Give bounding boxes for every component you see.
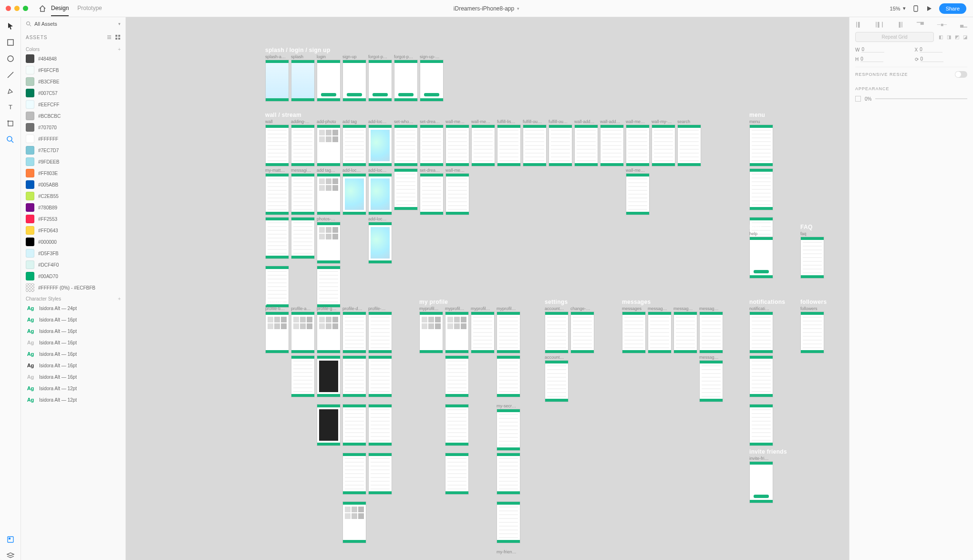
line-tool[interactable] — [6, 71, 15, 79]
artboard[interactable]: profile-g… — [317, 306, 341, 353]
artboard[interactable]: splash-a… — [265, 54, 289, 102]
artboard[interactable] — [291, 217, 315, 259]
list-view-icon[interactable] — [106, 34, 112, 40]
color-swatch-row[interactable]: #EEFCFF — [21, 99, 125, 110]
artboard[interactable]: change-… — [570, 306, 594, 353]
artboard[interactable]: wall-me… — [626, 119, 650, 166]
artboard[interactable] — [317, 404, 341, 446]
home-icon[interactable] — [39, 5, 46, 12]
artboard[interactable]: messag… — [673, 306, 697, 353]
color-swatch-row[interactable]: #F6FCFB — [21, 64, 125, 76]
artboard[interactable]: add-loc… — [368, 119, 392, 166]
artboard[interactable]: add-photo — [317, 119, 341, 166]
artboard[interactable] — [368, 404, 392, 446]
artboard[interactable]: wall-me… — [445, 119, 469, 166]
subtract-op-icon[interactable]: ◨ — [947, 34, 951, 40]
artboard[interactable] — [497, 355, 520, 397]
artboard[interactable]: sign-up — [342, 54, 366, 102]
artboard[interactable]: wall-me… — [626, 168, 650, 215]
artboard[interactable]: messag… — [699, 306, 723, 353]
artboard[interactable]: my-frien… — [497, 550, 520, 555]
artboard[interactable]: myprofil… — [445, 306, 469, 353]
artboard[interactable] — [342, 355, 366, 397]
minimize-window[interactable] — [14, 6, 20, 11]
artboard[interactable]: messagi… — [291, 168, 315, 215]
zoom-level[interactable]: 15% ▾ — [890, 5, 906, 11]
artboard[interactable] — [342, 404, 366, 446]
align-left-icon[interactable]: ┃▌ — [855, 22, 861, 27]
layers-panel-icon[interactable] — [6, 551, 15, 560]
share-button[interactable]: Share — [939, 3, 966, 14]
artboard[interactable]: wall-me… — [445, 168, 469, 215]
artboard[interactable]: login — [317, 54, 341, 102]
color-swatch-row[interactable]: #005ABB — [21, 179, 125, 190]
artboard[interactable]: invite-fri… — [749, 456, 773, 503]
artboard[interactable]: profile-d… — [342, 306, 366, 353]
play-icon[interactable] — [926, 5, 932, 12]
color-swatch-row[interactable]: #484848 — [21, 53, 125, 64]
artboard[interactable]: notificati… — [749, 306, 773, 353]
artboard[interactable]: photos-… — [317, 217, 341, 264]
artboard[interactable] — [265, 217, 289, 259]
artboard[interactable]: followers — [800, 306, 824, 353]
artboard[interactable] — [749, 404, 773, 446]
align-top-icon[interactable]: ▔▀ — [917, 22, 924, 27]
artboard[interactable]: add-loc… — [368, 168, 392, 215]
select-tool[interactable] — [6, 22, 15, 31]
artboard[interactable]: myprofil… — [419, 306, 443, 353]
maximize-window[interactable] — [23, 6, 28, 11]
artboard[interactable] — [497, 452, 520, 495]
artboard[interactable]: forgot-p… — [368, 54, 392, 102]
artboard[interactable]: add tag — [342, 119, 366, 166]
artboard[interactable] — [445, 452, 469, 495]
canvas[interactable]: splash / login / sign upsplash-a…splashl… — [126, 17, 849, 560]
artboard[interactable]: profile-… — [368, 306, 392, 353]
close-window[interactable] — [6, 6, 11, 11]
align-hcenter-icon[interactable]: ┃▌┃ — [875, 22, 884, 27]
artboard[interactable] — [291, 355, 315, 397]
artboard[interactable] — [317, 355, 341, 397]
artboard[interactable]: profile-ti… — [265, 306, 289, 353]
charstyle-row[interactable]: AgIsidora Alt — 12pt — [21, 394, 125, 405]
artboard[interactable] — [445, 355, 469, 397]
artboard[interactable]: myprofil… — [471, 306, 495, 353]
color-swatch-row[interactable]: #00AD70 — [21, 270, 125, 282]
artboard[interactable]: wall-add… — [574, 119, 598, 166]
artboard[interactable]: fulfill-lis… — [497, 119, 521, 166]
color-swatch-row[interactable]: #FF2553 — [21, 213, 125, 225]
color-swatch-row[interactable]: #D5F3FB — [21, 248, 125, 259]
add-op-icon[interactable]: ◧ — [939, 34, 943, 40]
artboard[interactable] — [342, 452, 366, 495]
color-swatch-row[interactable]: #FF803E — [21, 167, 125, 179]
artboard[interactable]: set-drea… — [420, 119, 444, 166]
artboard[interactable]: fulfill-ou… — [523, 119, 547, 166]
artboard[interactable]: splash — [291, 54, 315, 102]
artboard[interactable]: myprofil… — [497, 306, 520, 353]
artboard[interactable] — [342, 501, 366, 543]
artboard[interactable]: add-loc… — [368, 217, 392, 264]
pen-tool[interactable] — [6, 87, 15, 95]
charstyle-row[interactable]: AgIsidora Alt — 24pt — [21, 302, 125, 314]
artboard[interactable] — [368, 355, 392, 397]
artboard[interactable] — [749, 355, 773, 397]
zoom-tool[interactable] — [6, 135, 15, 144]
rectangle-tool[interactable] — [6, 38, 15, 47]
asset-search[interactable]: All Assets ▾ — [21, 17, 125, 31]
color-swatch-row[interactable]: #9FDEEB — [21, 156, 125, 167]
artboard[interactable]: messag… — [648, 306, 672, 353]
artboard[interactable] — [497, 501, 520, 543]
color-swatch-row[interactable]: #780B89 — [21, 202, 125, 213]
height-input[interactable] — [860, 56, 883, 62]
grid-view-icon[interactable] — [115, 34, 121, 40]
exclude-op-icon[interactable]: ◪ — [963, 34, 967, 40]
artboard[interactable] — [394, 168, 418, 210]
artboard[interactable]: profile-a… — [291, 306, 315, 353]
add-color-icon[interactable]: + — [118, 47, 121, 52]
artboard[interactable]: faq — [800, 231, 824, 279]
artboard[interactable]: search — [677, 119, 701, 166]
artboard[interactable]: wall-my-… — [652, 119, 675, 166]
artboard[interactable]: wall — [265, 119, 289, 166]
artboard-tool[interactable] — [6, 119, 15, 128]
responsive-toggle[interactable] — [955, 71, 967, 78]
artboard[interactable] — [749, 168, 773, 210]
